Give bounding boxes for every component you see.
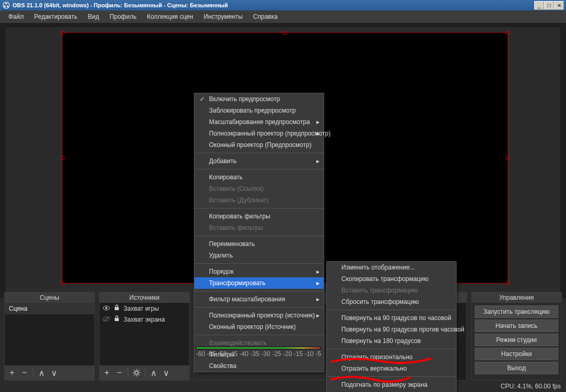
- svg-line-18: [138, 370, 139, 371]
- chevron-right-icon: ▸: [316, 296, 319, 303]
- source-properties-button[interactable]: [131, 368, 142, 378]
- menu-item[interactable]: Заблокировать предпросмотр: [194, 105, 324, 116]
- remove-source-button[interactable]: −: [114, 368, 125, 378]
- menu-item[interactable]: Полноэкранный проектор (источник)▸: [194, 310, 324, 321]
- menu-item: Вставить трансформацию: [327, 285, 456, 296]
- start-recording-button[interactable]: Начать запись: [475, 320, 558, 332]
- title-bar: OBS 21.1.0 (64bit, windows) - Профиль: Б…: [0, 0, 566, 10]
- eye-icon[interactable]: [103, 305, 110, 312]
- chevron-right-icon: ▸: [316, 157, 319, 165]
- studio-mode-button[interactable]: Режим студии: [475, 334, 558, 346]
- close-button[interactable]: ✕: [554, 1, 564, 10]
- dock-body[interactable]: Захват игры Захват экрана: [100, 303, 189, 365]
- meter-tick: -15: [294, 350, 303, 358]
- menu-item[interactable]: Полноэкранный проектор (предпросмотр)▸: [194, 128, 324, 139]
- chevron-right-icon: ▸: [316, 118, 319, 126]
- svg-rect-9: [115, 318, 119, 321]
- exit-button[interactable]: Выход: [475, 362, 558, 374]
- menu-item[interactable]: Повернуть на 90 градусов по часовой: [327, 312, 456, 324]
- move-down-button[interactable]: ∨: [161, 368, 171, 378]
- add-scene-button[interactable]: +: [7, 368, 17, 378]
- menu-view[interactable]: Вид: [82, 11, 104, 22]
- menu-profile[interactable]: Профиль: [104, 11, 142, 22]
- dock-header: Источники: [100, 292, 189, 303]
- context-menu: Включить предпросмотр✓Заблокировать пред…: [194, 93, 324, 372]
- menu-tools[interactable]: Инструменты: [199, 11, 248, 22]
- menu-item[interactable]: Сбросить трансформацию: [327, 296, 456, 308]
- menu-item[interactable]: Включить предпросмотр✓: [194, 93, 324, 105]
- svg-point-10: [135, 371, 138, 374]
- move-down-button[interactable]: ∨: [49, 368, 59, 378]
- settings-button[interactable]: Настройки: [475, 348, 558, 360]
- meter-tick: -55: [207, 350, 216, 358]
- dock-footer: + − ∧ ∨: [5, 365, 94, 380]
- eye-off-icon[interactable]: [103, 316, 110, 323]
- dock-footer: + − ∧ ∨: [100, 365, 189, 380]
- menu-item[interactable]: Масштабирование предпросмотра▸: [194, 116, 324, 128]
- meter-tick: -5: [315, 350, 321, 358]
- menu-item[interactable]: Переименовать: [194, 238, 324, 250]
- remove-scene-button[interactable]: −: [19, 368, 30, 378]
- menu-item[interactable]: Фильтр масштабирования▸: [194, 293, 324, 305]
- dock-body: Запустить трансляцию Начать запись Режим…: [472, 303, 561, 380]
- menu-scene-collection[interactable]: Коллекция сцен: [142, 11, 199, 22]
- menu-bar: Файл Редактировать Вид Профиль Коллекция…: [0, 10, 566, 23]
- menu-item[interactable]: Копировать фильтры: [194, 211, 324, 222]
- resize-handle[interactable]: [60, 281, 65, 285]
- meter-tick: -25: [272, 350, 281, 358]
- move-up-button[interactable]: ∧: [36, 368, 47, 378]
- start-streaming-button[interactable]: Запустить трансляцию: [475, 305, 558, 318]
- source-label: Захват игры: [124, 305, 159, 312]
- resize-handle[interactable]: [506, 281, 510, 285]
- menu-help[interactable]: Справка: [248, 11, 283, 22]
- menu-item[interactable]: Повернуть на 90 градусов против часовой: [327, 324, 456, 335]
- svg-point-5: [105, 307, 107, 309]
- menu-item[interactable]: Копировать: [194, 172, 324, 183]
- menu-item: Вставить (Ссылка): [194, 183, 324, 194]
- lock-icon[interactable]: [113, 315, 120, 323]
- maximize-button[interactable]: □: [544, 1, 554, 10]
- menu-edit[interactable]: Редактировать: [29, 11, 83, 22]
- chevron-right-icon: ▸: [316, 312, 319, 319]
- chevron-right-icon: ▸: [316, 268, 319, 275]
- status-bar: CPU: 4.1%, 60.00 fps: [0, 381, 566, 392]
- minimize-button[interactable]: _: [534, 1, 544, 10]
- menu-item[interactable]: Оконный проектор (Источник): [194, 321, 324, 333]
- sources-dock: Источники Захват игры Захват экрана: [99, 292, 190, 381]
- lock-icon[interactable]: [113, 304, 120, 312]
- resize-handle[interactable]: [60, 31, 65, 35]
- menu-item[interactable]: Удалить: [194, 250, 324, 261]
- menu-item[interactable]: Порядок▸: [194, 266, 324, 277]
- menu-item[interactable]: Повернуть на 180 градусов: [327, 335, 456, 347]
- chevron-right-icon: ▸: [316, 279, 319, 287]
- move-up-button[interactable]: ∧: [149, 368, 159, 378]
- context-submenu-transform: Изменить отображение...Скопировать транс…: [326, 261, 457, 392]
- controls-dock: Управление Запустить трансляцию Начать з…: [471, 292, 562, 381]
- dock-body[interactable]: Сцена: [5, 303, 94, 365]
- menu-item[interactable]: Изменить отображение...: [327, 262, 456, 273]
- scene-item[interactable]: Сцена: [5, 303, 94, 314]
- svg-line-17: [134, 374, 135, 375]
- resize-handle[interactable]: [283, 31, 287, 35]
- menu-item[interactable]: Свойства: [194, 360, 324, 372]
- menu-item[interactable]: Трансформировать▸: [194, 277, 324, 289]
- menu-file[interactable]: Файл: [3, 11, 29, 22]
- resize-handle[interactable]: [506, 156, 510, 160]
- menu-item[interactable]: Добавить▸: [194, 155, 324, 167]
- svg-line-16: [138, 374, 139, 375]
- dock-header: Сцены: [5, 292, 94, 303]
- source-item[interactable]: Захват экрана: [100, 314, 189, 325]
- source-label: Захват экрана: [124, 316, 165, 323]
- add-source-button[interactable]: +: [102, 368, 112, 378]
- meter-tick: -35: [250, 350, 259, 358]
- chevron-right-icon: ▸: [316, 130, 319, 137]
- meter-tick: -30: [261, 350, 270, 358]
- source-item[interactable]: Захват игры: [100, 303, 189, 314]
- svg-rect-6: [115, 307, 119, 310]
- menu-item[interactable]: Оконный проектор (Предпросмотр): [194, 139, 324, 151]
- resize-handle[interactable]: [506, 31, 510, 35]
- meter-tick: -50: [218, 350, 227, 358]
- resize-handle[interactable]: [60, 156, 65, 160]
- meter-tick: -10: [304, 350, 313, 358]
- menu-item[interactable]: Скопировать трансформацию: [327, 273, 456, 285]
